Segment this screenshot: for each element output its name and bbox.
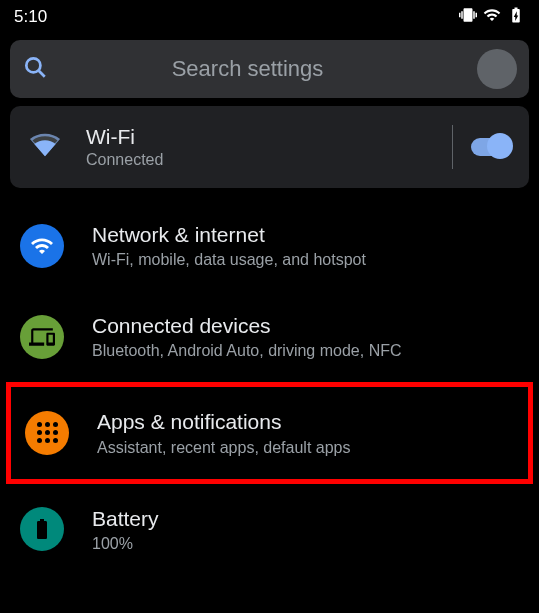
item-text: Network & internet Wi-Fi, mobile, data u…: [92, 222, 519, 269]
devices-icon: [20, 315, 64, 359]
item-subtitle: Assistant, recent apps, default apps: [97, 439, 514, 457]
status-time: 5:10: [14, 7, 47, 27]
item-subtitle: 100%: [92, 535, 519, 553]
avatar[interactable]: [477, 49, 517, 89]
item-text: Apps & notifications Assistant, recent a…: [97, 409, 514, 456]
settings-item-network[interactable]: Network & internet Wi-Fi, mobile, data u…: [0, 200, 539, 291]
item-text: Battery 100%: [92, 506, 519, 553]
settings-item-connected[interactable]: Connected devices Bluetooth, Android Aut…: [0, 291, 539, 382]
highlight-box: Apps & notifications Assistant, recent a…: [6, 382, 533, 483]
network-icon: [20, 224, 64, 268]
search-placeholder: Search settings: [36, 56, 459, 82]
item-title: Connected devices: [92, 313, 519, 338]
wifi-toggle[interactable]: [471, 138, 509, 156]
status-icons: [459, 6, 525, 28]
settings-list: Network & internet Wi-Fi, mobile, data u…: [0, 200, 539, 575]
toggle-knob: [487, 133, 513, 159]
item-subtitle: Bluetooth, Android Auto, driving mode, N…: [92, 342, 519, 360]
settings-item-battery[interactable]: Battery 100%: [0, 484, 539, 575]
vibrate-icon: [459, 6, 477, 28]
divider: [452, 125, 453, 169]
wifi-subtitle: Connected: [86, 151, 444, 169]
status-bar: 5:10: [0, 0, 539, 34]
item-title: Battery: [92, 506, 519, 531]
battery-icon: [20, 507, 64, 551]
wifi-title: Wi-Fi: [86, 125, 444, 149]
item-title: Apps & notifications: [97, 409, 514, 434]
apps-icon: [25, 411, 69, 455]
battery-status-icon: [507, 6, 525, 28]
search-bar[interactable]: Search settings: [10, 40, 529, 98]
settings-item-apps[interactable]: Apps & notifications Assistant, recent a…: [11, 387, 528, 478]
wifi-status-icon: [483, 6, 501, 28]
item-title: Network & internet: [92, 222, 519, 247]
wifi-icon: [30, 130, 60, 164]
wifi-quick-card[interactable]: Wi-Fi Connected: [10, 106, 529, 188]
item-text: Connected devices Bluetooth, Android Aut…: [92, 313, 519, 360]
wifi-text: Wi-Fi Connected: [86, 125, 444, 169]
item-subtitle: Wi-Fi, mobile, data usage, and hotspot: [92, 251, 519, 269]
